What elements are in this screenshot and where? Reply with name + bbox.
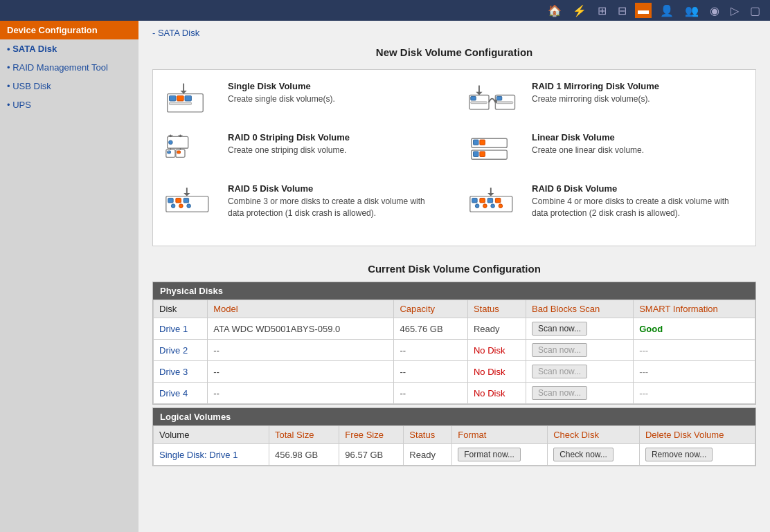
raid1-name: RAID 1 Mirroring Disk Volume [532,81,659,91]
disk-status-2: No Disk [467,361,526,383]
disk-scan-cell-2: Scan now... [526,361,634,383]
format-btn-0[interactable]: Format now... [458,448,521,461]
svg-rect-9 [471,102,487,104]
volume-item-raid1[interactable]: RAID 1 Mirroring Disk Volume Create mirr… [468,81,744,121]
col-volume: Volume [154,426,269,444]
svg-rect-45 [472,198,478,203]
logical-volume-row: Single Disk: Drive 1 456.98 GB 96.57 GB … [154,444,755,466]
svg-rect-34 [480,152,485,157]
sidebar-item-usb[interactable]: USB Disk [0,77,138,95]
svg-rect-13 [496,96,502,100]
svg-point-46 [475,204,479,208]
volume-item-linear[interactable]: Linear Disk Volume Create one linear dis… [468,132,744,172]
volume-item-raid0[interactable]: RAID 0 Striping Disk Volume Create one s… [164,132,440,172]
disk-status-0: Ready [467,318,526,340]
svg-rect-1 [170,95,176,101]
disk-scan-cell-3: Scan now... [526,383,634,404]
disk-smart-2: --- [634,361,755,383]
physical-disk-row: Drive 1 ATA WDC WD5001ABYS-059.0 465.76 … [154,318,755,340]
lv-format-cell-0: Format now... [452,444,548,466]
linear-text: Linear Disk Volume Create one linear dis… [532,132,644,156]
svg-rect-49 [487,198,493,203]
lv-status-0: Ready [404,444,452,466]
lv-name-0: Single Disk: Drive 1 [154,444,269,466]
svg-point-17 [169,140,173,145]
nav-icon-storage[interactable]: ▬ [635,3,652,18]
disk-name-3: Drive 4 [154,383,208,404]
nav-icon-monitor[interactable]: ◉ [707,3,722,19]
col-free-size: Free Size [339,426,404,444]
svg-point-52 [499,204,503,208]
single-disk-name: Single Disk Volume [228,81,335,91]
scan-btn-2: Scan now... [532,365,587,378]
nav-icon-play[interactable]: ▷ [728,3,742,19]
disk-model-1: -- [208,340,394,361]
nav-icon-user[interactable]: 👤 [657,3,677,19]
sidebar-item-ups[interactable]: UPS [0,95,138,114]
nav-icon-home[interactable]: 🏠 [545,3,564,19]
raid5-name: RAID 5 Disk Volume [228,183,440,194]
volume-item-raid6[interactable]: RAID 6 Disk Volume Combine 4 or more dis… [468,183,744,223]
disk-smart-0: Good [634,318,755,340]
raid0-icon [164,132,220,172]
raid5-icon [164,183,220,223]
svg-rect-8 [471,96,476,100]
breadcrumb-link[interactable]: SATA Disk [158,28,199,38]
col-format: Format [452,426,548,444]
svg-rect-51 [495,198,501,203]
lv-free-0: 96.57 GB [339,444,404,466]
raid1-desc: Create mirroring disk volume(s). [532,93,659,105]
nav-icon-flash[interactable]: ⚡ [570,3,589,19]
nav-icon-window[interactable]: ▢ [747,3,763,19]
svg-rect-2 [177,95,183,101]
svg-rect-38 [176,198,181,203]
top-navigation: 🏠 ⚡ ⊞ ⊟ ▬ 👤 👥 ◉ ▷ ▢ [0,0,770,21]
svg-point-41 [187,204,191,208]
physical-disk-row: Drive 4 -- -- No Disk Scan now... --- [154,383,755,404]
col-disk: Disk [154,300,208,318]
svg-rect-40 [183,198,189,203]
lv-check-cell-0: Check now... [548,444,640,466]
single-disk-icon [164,81,220,121]
volume-item-single[interactable]: Single Disk Volume Create single disk vo… [164,81,440,121]
disk-model-2: -- [208,361,394,383]
content-area: - SATA Disk New Disk Volume Configuratio… [138,21,770,532]
nav-icon-grid[interactable]: ⊞ [595,3,609,19]
raid6-text: RAID 6 Disk Volume Combine 4 or more dis… [532,183,744,219]
disk-scan-cell-0: Scan now... [526,318,634,340]
col-lv-status: Status [404,426,452,444]
svg-rect-4 [170,102,192,105]
remove-btn-0[interactable]: Remove now... [645,448,713,461]
svg-rect-3 [185,95,191,101]
disk-smart-3: --- [634,383,755,404]
disk-name-0: Drive 1 [154,318,208,340]
lv-remove-cell-0: Remove now... [639,444,755,466]
disk-smart-1: --- [634,340,755,361]
disk-capacity-2: -- [394,361,468,383]
disk-status-3: No Disk [467,383,526,404]
scan-btn-0[interactable]: Scan now... [532,322,587,336]
disk-status-1: No Disk [467,340,526,361]
linear-desc: Create one linear disk volume. [532,145,644,156]
nav-icon-settings[interactable]: ⊟ [615,3,629,19]
col-capacity: Capacity [394,300,468,318]
current-disk-section-title: Current Disk Volume Configuration [152,263,756,275]
check-btn-0[interactable]: Check now... [553,448,614,461]
disk-model-3: -- [208,383,394,404]
col-total-size: Total Size [269,426,339,444]
raid5-desc: Combine 3 or more disks to create a disk… [228,196,440,219]
raid1-icon [468,81,523,121]
sidebar-item-raid[interactable]: RAID Management Tool [0,58,138,77]
physical-disk-row: Drive 2 -- -- No Disk Scan now... --- [154,340,755,361]
volume-item-raid5[interactable]: RAID 5 Disk Volume Combine 3 or more dis… [164,183,440,223]
disk-name-1: Drive 2 [154,340,208,361]
linear-name: Linear Disk Volume [532,132,644,143]
col-delete-disk: Delete Disk Volume [639,426,755,444]
linear-icon [468,132,523,172]
svg-rect-31 [480,140,485,145]
sidebar-item-sata-disk[interactable]: SATA Disk [0,39,138,58]
nav-icon-users[interactable]: 👥 [682,3,701,19]
sidebar: Device Configuration SATA Disk RAID Mana… [0,21,138,532]
raid0-name: RAID 0 Striping Disk Volume [228,132,350,143]
disk-name-2: Drive 3 [154,361,208,383]
